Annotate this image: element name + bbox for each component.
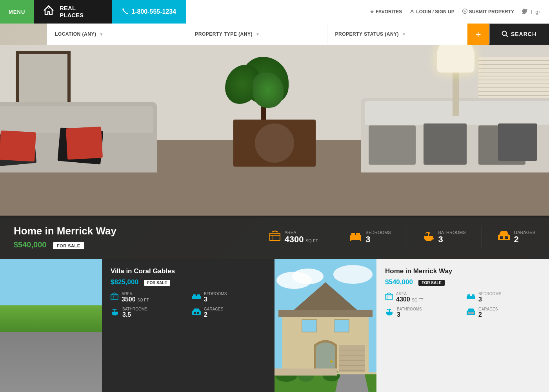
stat-garages: Garages 2 [498, 230, 535, 244]
location-label: LOCATION (ANY) [55, 31, 96, 37]
hero-badge: FOR SALE [53, 242, 84, 249]
card-2-bedrooms: Bedrooms 3 [467, 292, 540, 303]
svg-rect-42 [111, 294, 118, 299]
svg-point-54 [292, 269, 324, 284]
card-2-title: Home in Merrick Way [385, 267, 540, 275]
svg-point-38 [2, 365, 18, 376]
garages-icon-2 [467, 308, 475, 317]
area-icon-2 [385, 292, 393, 302]
star-icon: ★ [370, 9, 374, 15]
garages-icon-1 [192, 308, 201, 317]
stat-bathrooms-info: Bathrooms 3 [438, 230, 466, 244]
login-label: LOGIN / SIGN UP [416, 9, 454, 15]
property-type-dropdown[interactable]: PROPERTY TYPE (ANY) ▼ [187, 24, 327, 45]
svg-rect-75 [385, 294, 393, 299]
svg-rect-35 [13, 350, 36, 371]
area-icon [269, 230, 281, 245]
chevron-down-icon-3: ▼ [402, 32, 406, 36]
logo-text: REALPLACES [60, 5, 84, 19]
card-2-bathrooms: Bathrooms 3 [385, 307, 459, 318]
svg-point-55 [333, 265, 373, 284]
card-2-bedrooms-info: Bedrooms 3 [478, 292, 501, 303]
hero-stats: Area 4300 SQ FT [171, 225, 535, 249]
card-1-bedrooms-value: 3 [204, 296, 227, 303]
card-2-bedrooms-label: Bedrooms [478, 292, 501, 296]
menu-button[interactable]: MENU [0, 0, 34, 24]
googleplus-icon[interactable]: g+ [535, 9, 541, 15]
svg-rect-15 [500, 236, 503, 239]
bathrooms-icon-2 [385, 308, 394, 318]
svg-rect-23 [12, 321, 90, 372]
bedrooms-value: 3 [365, 235, 391, 244]
svg-rect-47 [197, 294, 200, 296]
card-1-price: $825,000 [111, 278, 138, 286]
card-1-garages-info: Garages 2 [204, 307, 223, 318]
login-link[interactable]: LOGIN / SIGN UP [410, 9, 454, 15]
card-1-body: Villa in Coral Gables $825,000 FOR SALE [102, 259, 274, 392]
svg-rect-32 [44, 350, 51, 371]
svg-rect-16 [505, 236, 508, 239]
favorites-link[interactable]: ★ FAVORITES [370, 9, 402, 15]
area-unit: SQ FT [305, 238, 318, 243]
svg-rect-59 [302, 319, 317, 332]
phone-number: 1-800-555-1234 [131, 8, 176, 15]
svg-rect-11 [350, 240, 351, 241]
property-status-dropdown[interactable]: PROPERTY STATUS (ANY) ▼ [327, 24, 467, 45]
card-1-title: Villa in Coral Gables [111, 267, 266, 275]
card-1-bathrooms-label: Bathrooms [122, 307, 147, 311]
card-2-bathrooms-label: Bathrooms [397, 307, 422, 311]
submit-label: SUBMIT PROPERTY [469, 9, 514, 15]
card-2-garages-value: 2 [478, 311, 498, 318]
card-2-body: Home in Merrick Way $540,000 FOR SALE [376, 259, 549, 392]
card-2-area-label: Area [396, 292, 424, 296]
facebook-icon[interactable]: f [531, 9, 532, 15]
card-1-garages-label: Garages [204, 307, 223, 311]
property-card-1[interactable]: Villa in Coral Gables $825,000 FOR SALE [0, 259, 274, 392]
divider-3 [482, 225, 482, 249]
search-bar: LOCATION (ANY) ▼ PROPERTY TYPE (ANY) ▼ P… [47, 24, 549, 45]
lamp-shade [437, 45, 474, 73]
hero-title-area: Home in Merrick Way $540,000 FOR SALE [14, 225, 171, 249]
add-filter-button[interactable]: + [467, 24, 489, 45]
card-2-garages-info: Garages 2 [478, 307, 498, 318]
svg-point-61 [330, 360, 333, 363]
svg-marker-24 [6, 294, 96, 323]
twitter-icon[interactable] [522, 9, 527, 15]
bathrooms-value: 3 [438, 235, 466, 244]
search-button[interactable]: SEARCH [489, 24, 549, 45]
svg-point-21 [24, 270, 55, 287]
home-icon [42, 4, 56, 20]
card-1-garages-value: 2 [204, 311, 223, 318]
svg-rect-45 [192, 296, 201, 299]
svg-rect-80 [472, 294, 474, 296]
bedrooms-icon-1 [192, 293, 201, 302]
stat-area: Area 4300 SQ FT [269, 230, 318, 245]
svg-rect-62 [339, 345, 365, 376]
card-2-area-value: 4300 [396, 296, 410, 303]
user-icon [410, 9, 414, 15]
svg-rect-36 [0, 368, 102, 392]
property-type-label: PROPERTY TYPE (ANY) [195, 31, 253, 37]
phone-icon [122, 8, 128, 16]
garages-icon [498, 231, 510, 244]
submit-link[interactable]: SUBMIT PROPERTY [462, 9, 514, 15]
location-dropdown[interactable]: LOCATION (ANY) ▼ [47, 24, 187, 45]
area-value: 4300 [285, 234, 304, 244]
svg-rect-12 [360, 240, 361, 241]
card-1-area-unit: SQ FT [137, 298, 149, 302]
svg-point-39 [84, 365, 100, 376]
stat-bedrooms-info: Bedrooms 3 [365, 230, 391, 244]
property-card-2[interactable]: Home in Merrick Way $540,000 FOR SALE [274, 259, 549, 392]
hero-overlay: Home in Merrick Way $540,000 FOR SALE [0, 216, 549, 259]
svg-rect-9 [351, 233, 355, 236]
card-1-bathrooms-value: 3.5 [122, 311, 147, 318]
card-1-bedrooms-info: Bedrooms 3 [204, 292, 227, 303]
svg-rect-31 [42, 349, 60, 372]
card-1-bedrooms-label: Bedrooms [204, 292, 227, 296]
svg-rect-83 [468, 312, 471, 314]
stat-bedrooms: Bedrooms 3 [350, 230, 391, 244]
bathrooms-icon-1 [111, 308, 119, 318]
phone-area[interactable]: 1-800-555-1234 [112, 0, 186, 24]
room-background [0, 45, 549, 218]
bedrooms-icon-2 [467, 293, 475, 302]
